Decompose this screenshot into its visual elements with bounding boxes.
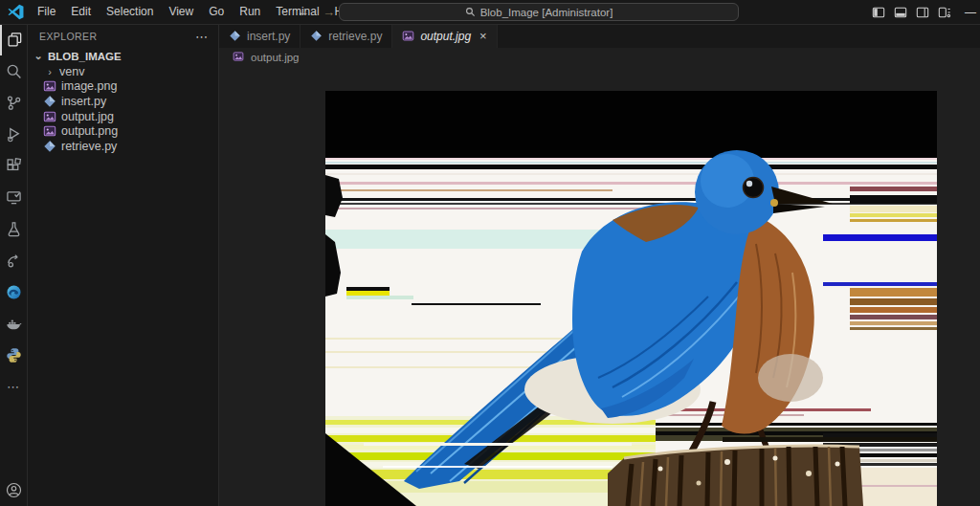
toggle-sidebar-icon[interactable] — [872, 6, 885, 19]
glitch-line — [383, 466, 612, 468]
explorer-title: EXPLORER — [39, 31, 97, 42]
file-label: output.jpg — [61, 110, 114, 123]
tab-retrieve-py[interactable]: retrieve.py — [301, 24, 392, 48]
root-folder-label: BLOB_IMAGE — [48, 51, 122, 62]
testing-flask-icon[interactable] — [0, 213, 27, 245]
tab-output-jpg[interactable]: output.jpg × — [392, 24, 497, 48]
tab-bar: insert.py retrieve.py output.jpg × — [219, 24, 980, 49]
image-file-icon — [233, 51, 246, 64]
tree-item-output-jpg[interactable]: output.jpg — [27, 109, 218, 124]
menu-go[interactable]: Go — [201, 0, 232, 24]
corrupted-bird-image — [325, 91, 937, 506]
glitch-line — [364, 443, 632, 446]
activity-bar: ⋯ — [0, 24, 28, 506]
python-file-icon — [43, 95, 56, 108]
tab-label: insert.py — [247, 30, 290, 43]
file-tree: ⌄ BLOB_IMAGE › venv image.png insert.py — [27, 49, 218, 154]
command-center-label: Blob_Image [Administrator] — [480, 7, 613, 18]
tree-item-retrieve-py[interactable]: retrieve.py — [27, 139, 218, 154]
search-icon — [465, 7, 476, 17]
tree-item-insert-py[interactable]: insert.py — [27, 94, 218, 109]
vscode-logo-icon — [8, 4, 24, 20]
python-file-icon — [310, 30, 323, 43]
menu-file[interactable]: File — [30, 0, 63, 24]
image-preview-output-jpg — [325, 91, 937, 506]
explorer-sidebar: EXPLORER ⋯ ⌄ BLOB_IMAGE › venv image.png — [27, 24, 219, 506]
file-label: output.png — [61, 124, 118, 138]
menu-selection[interactable]: Selection — [99, 0, 161, 24]
breadcrumb-label: output.jpg — [251, 52, 300, 63]
chevron-down-icon: ⌄ — [33, 50, 43, 62]
image-file-icon — [43, 79, 56, 93]
menu-view[interactable]: View — [161, 0, 201, 24]
run-and-debug-icon[interactable] — [0, 119, 27, 150]
tree-item-image-png[interactable]: image.png — [27, 78, 218, 94]
docker-whale-icon[interactable] — [0, 308, 27, 340]
image-file-icon — [43, 124, 56, 138]
folder-label: venv — [59, 65, 84, 78]
search-sidebar-icon[interactable] — [0, 55, 27, 87]
chevron-right-icon: › — [45, 66, 55, 77]
breadcrumb[interactable]: output.jpg — [219, 49, 980, 66]
file-label: insert.py — [61, 95, 106, 108]
source-control-icon[interactable] — [0, 87, 27, 119]
tab-insert-py[interactable]: insert.py — [219, 24, 301, 48]
vscode-window: File Edit Selection View Go Run Terminal… — [0, 0, 980, 506]
explorer-actions-icon[interactable]: ⋯ — [195, 30, 209, 44]
forward-arrow-icon[interactable]: → — [323, 5, 335, 19]
file-label: image.png — [61, 79, 117, 93]
minimize-button[interactable]: — — [965, 0, 976, 24]
tree-item-venv[interactable]: › venv — [27, 64, 218, 79]
python-file-icon — [43, 140, 56, 153]
black-band — [325, 91, 937, 158]
tab-label: output.jpg — [420, 30, 471, 43]
account-icon[interactable] — [0, 475, 27, 504]
python-file-icon — [229, 30, 242, 43]
layout-controls — [872, 0, 951, 24]
file-label: retrieve.py — [61, 140, 117, 153]
command-center-search[interactable]: Blob_Image [Administrator] — [339, 3, 739, 21]
tab-label: retrieve.py — [328, 30, 382, 43]
live-share-icon[interactable] — [0, 245, 27, 276]
menu-edit[interactable]: Edit — [63, 0, 99, 24]
customize-layout-icon[interactable] — [938, 6, 951, 19]
tree-item-output-png[interactable]: output.png — [27, 123, 218, 139]
image-file-icon — [402, 30, 415, 43]
toggle-panel-icon[interactable] — [894, 6, 907, 19]
image-file-icon — [43, 110, 56, 123]
more-actions-icon[interactable]: ⋯ — [0, 371, 27, 403]
editor-area: insert.py retrieve.py output.jpg × outpu… — [219, 24, 980, 506]
toggle-secondary-sidebar-icon[interactable] — [916, 6, 929, 19]
extensions-icon[interactable] — [0, 150, 27, 182]
tree-root-blob-image[interactable]: ⌄ BLOB_IMAGE — [27, 49, 218, 64]
edge-browser-icon[interactable] — [0, 276, 27, 308]
close-tab-icon[interactable]: × — [479, 29, 487, 43]
back-arrow-icon[interactable]: ← — [297, 5, 309, 19]
explorer-icon[interactable] — [0, 24, 27, 55]
python-extension-icon[interactable] — [0, 340, 27, 371]
title-bar: File Edit Selection View Go Run Terminal… — [0, 0, 980, 25]
remote-explorer-icon[interactable] — [0, 182, 27, 213]
menu-run[interactable]: Run — [232, 0, 268, 24]
